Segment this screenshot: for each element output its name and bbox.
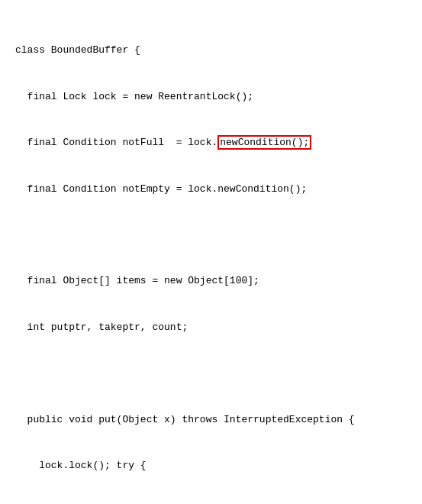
line-6: final Object[] items = new Object[100]; (15, 273, 407, 289)
code-block: class BoundedBuffer { final Lock lock = … (15, 12, 407, 504)
line-2: final Lock lock = new ReentrantLock(); (15, 89, 407, 105)
line-4: final Condition notEmpty = lock.newCondi… (15, 182, 407, 197)
line-1: class BoundedBuffer { (15, 43, 407, 58)
line-10: lock.lock(); try { (15, 458, 407, 473)
line-7: int putptr, takeptr, count; (15, 320, 407, 335)
line-9: public void put(Object x) throws Interru… (15, 412, 407, 428)
line-8 (15, 366, 407, 381)
highlight-new-condition-1: newCondition(); (217, 135, 311, 150)
line-5 (15, 228, 407, 243)
line-3: final Condition notFull = lock.newCondit… (15, 135, 407, 150)
